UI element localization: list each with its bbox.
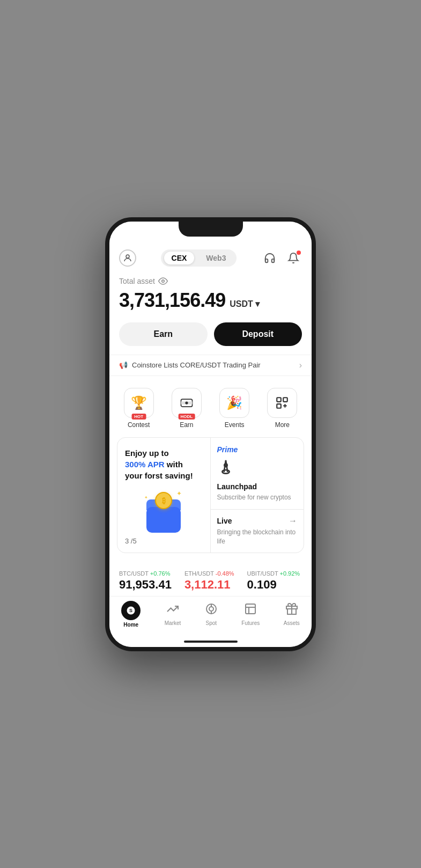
action-buttons: Earn Deposit <box>109 320 312 355</box>
header: CEX Web3 <box>109 243 312 271</box>
live-subtitle: Bringing the blockchain into life <box>217 528 298 546</box>
quick-nav-contest[interactable]: 🏆 HOT Contest <box>124 388 154 429</box>
ticker-btc-price: 91,953.41 <box>119 578 172 592</box>
launchpad-icon <box>217 458 234 479</box>
notification-dot <box>297 251 301 255</box>
tab-switcher: CEX Web3 <box>161 249 237 267</box>
phone-notch <box>179 222 243 237</box>
quick-nav-events[interactable]: 🎉 Events <box>219 388 249 429</box>
earn-nav-label: Earn <box>180 421 193 429</box>
nav-spot[interactable]: Spot <box>205 602 218 626</box>
app-content: CEX Web3 <box>109 243 312 596</box>
asset-label: Total asset <box>119 276 302 286</box>
card-pagination: 3 /5 <box>125 537 203 545</box>
events-label: Events <box>225 421 245 429</box>
ticker-eth-pair: ETH/USDT -0.48% <box>184 568 234 578</box>
hodl-badge: HODL <box>179 414 195 420</box>
home-icon: S <box>121 601 141 620</box>
launchpad-card[interactable]: Prime Launchpad Subscribe for new crypto… <box>211 438 304 510</box>
svg-text:S: S <box>129 608 132 613</box>
nav-futures-label: Futures <box>241 620 260 626</box>
earn-button[interactable]: Earn <box>119 322 208 346</box>
ticker-ubit-pair: UBIT/USDT +0.92% <box>247 568 300 578</box>
announcement-banner[interactable]: 📢 Coinstore Lists CORE/USDT Trading Pair… <box>109 355 312 376</box>
ticker-btc[interactable]: BTC/USDT +0.76% 91,953.41 <box>119 568 172 592</box>
home-bar <box>184 641 238 643</box>
promo-card-text: Enjoy up to 300% APR with your forst sav… <box>125 447 203 481</box>
asset-number: 3,731,156.49 <box>119 289 225 312</box>
nav-home[interactable]: S Home <box>121 601 141 628</box>
contest-icon-box: 🏆 HOT <box>124 388 154 418</box>
svg-point-10 <box>222 470 229 474</box>
svg-point-11 <box>224 464 227 466</box>
asset-currency: USDT ▾ <box>230 299 260 309</box>
asset-label-text: Total asset <box>119 277 155 285</box>
right-cards: Prime Launchpad Subscribe for new crypto… <box>211 438 304 553</box>
bottom-nav: S Home Market Sp <box>109 596 312 636</box>
coin-icon: ₿ <box>155 492 172 509</box>
promo-card[interactable]: Enjoy up to 300% APR with your forst sav… <box>117 438 211 553</box>
launchpad-title: Launchpad <box>217 482 257 491</box>
more-icon <box>275 396 289 410</box>
nav-assets-label: Assets <box>284 620 300 626</box>
home-indicator <box>109 636 312 647</box>
more-icon-box <box>267 388 297 418</box>
prime-label: Prime <box>217 445 238 454</box>
svg-point-4 <box>185 401 188 404</box>
svg-point-1 <box>162 279 165 282</box>
ticker-ubit-price: 0.109 <box>247 578 300 592</box>
asset-amount: 3,731,156.49 USDT ▾ <box>119 289 302 312</box>
nav-spot-label: Spot <box>206 620 217 626</box>
live-row: Live → <box>217 516 298 526</box>
contest-icon: 🏆 <box>131 395 147 410</box>
events-icon-box: 🎉 <box>219 388 249 418</box>
notification-icon[interactable] <box>285 249 302 267</box>
svg-rect-5 <box>277 398 282 402</box>
card-bottom: ✦ ✦ ₿ 3 /5 <box>125 486 203 545</box>
more-label: More <box>275 421 290 429</box>
hot-badge: HOT <box>131 414 146 420</box>
svg-rect-18 <box>246 604 255 614</box>
market-ticker: BTC/USDT +0.76% 91,953.41 ETH/USDT -0.48… <box>109 562 312 596</box>
futures-icon <box>244 602 257 619</box>
ticker-eth[interactable]: ETH/USDT -0.48% 3,112.11 <box>184 568 234 592</box>
wallet-illustration: ✦ ✦ ₿ <box>142 490 185 533</box>
events-icon: 🎉 <box>226 395 242 410</box>
header-icons <box>261 249 302 267</box>
svg-point-0 <box>126 255 129 258</box>
market-icon <box>166 602 179 619</box>
earn-icon <box>179 395 194 410</box>
announcement-chevron: › <box>299 361 302 370</box>
svg-rect-6 <box>284 398 288 402</box>
contest-label: Contest <box>128 421 150 429</box>
quick-nav-more[interactable]: More <box>267 388 297 429</box>
ticker-btc-pair: BTC/USDT +0.76% <box>119 568 172 578</box>
profile-icon[interactable] <box>119 249 136 267</box>
support-icon[interactable] <box>261 249 278 267</box>
eye-icon[interactable] <box>158 276 168 286</box>
nav-market[interactable]: Market <box>165 602 181 626</box>
nav-assets[interactable]: Assets <box>284 602 300 626</box>
announcement-content: 📢 Coinstore Lists CORE/USDT Trading Pair <box>119 361 261 369</box>
nav-market-label: Market <box>165 620 181 626</box>
live-arrow-icon: → <box>289 516 297 526</box>
ticker-eth-price: 3,112.11 <box>184 578 234 592</box>
ticker-ubit[interactable]: UBIT/USDT +0.92% 0.109 <box>247 568 300 592</box>
apr-highlight: 300% APR <box>125 460 165 469</box>
wallet-body <box>146 507 181 533</box>
assets-icon <box>285 602 298 619</box>
svg-rect-7 <box>277 404 282 408</box>
launchpad-subtitle: Subscribe for new cryptos <box>217 493 291 502</box>
web3-tab[interactable]: Web3 <box>198 252 233 264</box>
quick-nav-earn[interactable]: HODL Earn <box>172 388 202 429</box>
live-card[interactable]: Live → Bringing the blockchain into life <box>211 510 304 553</box>
promo-text: Enjoy up to 300% APR with your forst sav… <box>125 447 203 481</box>
phone-frame: CEX Web3 <box>105 217 316 651</box>
cex-tab[interactable]: CEX <box>164 252 195 264</box>
asset-section: Total asset 3,731,156.49 USDT ▾ <box>109 271 312 320</box>
cards-grid: Enjoy up to 300% APR with your forst sav… <box>117 437 304 553</box>
spot-icon <box>205 602 218 619</box>
deposit-button[interactable]: Deposit <box>214 322 302 346</box>
nav-futures[interactable]: Futures <box>241 602 260 626</box>
nav-home-label: Home <box>123 622 138 628</box>
